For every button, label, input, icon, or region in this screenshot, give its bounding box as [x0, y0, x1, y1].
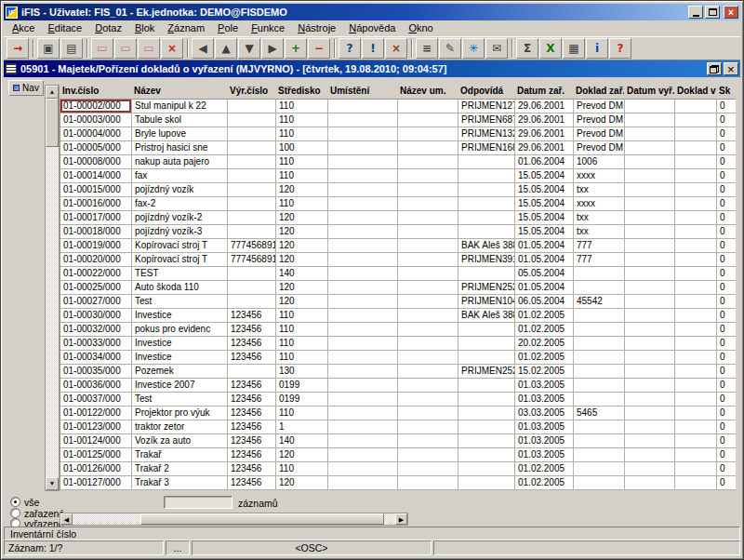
edit-field-button[interactable]: ✎ — [439, 38, 461, 59]
cell-inv-cislo[interactable]: 01-00036/000 — [60, 379, 132, 393]
cell-nazev-um-[interactable] — [398, 225, 458, 239]
cell-umisteni[interactable] — [328, 323, 398, 337]
cell-doklad-zar-[interactable]: 1006 — [574, 155, 625, 169]
cell-umisteni[interactable] — [328, 448, 398, 462]
cell-umisteni[interactable] — [328, 420, 398, 434]
cell-odpovida[interactable] — [458, 351, 515, 365]
cell-doklad-vyr-[interactable] — [675, 393, 717, 407]
previous-block-button[interactable]: ◀ — [192, 38, 214, 59]
cell-vyr-cislo[interactable]: 123456 — [228, 407, 276, 420]
cell-doklad-vyr-[interactable] — [675, 309, 717, 323]
cell-datum-zar-[interactable]: 01.06.2004 — [515, 155, 574, 169]
cell-datum-zar-[interactable]: 05.05.2004 — [515, 267, 574, 281]
cell-vyr-cislo[interactable] — [228, 211, 276, 225]
cell-stredisko[interactable]: 110 — [276, 462, 328, 476]
menu-item-dotaz[interactable]: Dotaz — [88, 21, 128, 35]
cell-umisteni[interactable] — [328, 211, 398, 225]
cell-umisteni[interactable] — [328, 127, 398, 141]
cell-doklad-vyr-[interactable] — [675, 253, 717, 267]
cell-datum-vyr-[interactable] — [625, 476, 675, 490]
cell-datum-vyr-[interactable] — [625, 351, 675, 365]
cell-odpovida[interactable] — [458, 393, 515, 407]
cell-sk[interactable]: 0 — [717, 393, 736, 407]
cell-umisteni[interactable] — [328, 407, 398, 420]
cell-umisteni[interactable] — [328, 295, 398, 309]
cell-datum-zar-[interactable]: 29.06.2001 — [515, 127, 574, 141]
cell-stredisko[interactable]: 100 — [276, 141, 328, 155]
scroll-left-button[interactable]: ◀ — [60, 513, 73, 525]
cell-doklad-vyr-[interactable] — [675, 323, 717, 337]
cell-stredisko[interactable]: 110 — [276, 407, 328, 420]
cell-odpovida[interactable]: PRIJMEN2529 — [458, 365, 515, 379]
cell-nazev-um-[interactable] — [398, 379, 458, 393]
cell-nazev[interactable]: traktor zetor — [132, 420, 228, 434]
cell-datum-zar-[interactable]: 01.05.2004 — [515, 281, 574, 295]
cell-nazev[interactable]: Trakař 2 — [132, 462, 228, 476]
cell-datum-vyr-[interactable] — [625, 448, 675, 462]
menu-item-zaznam[interactable]: Záznam — [161, 21, 211, 35]
cell-nazev[interactable]: Bryle lupove — [132, 127, 228, 141]
cell-doklad-zar-[interactable]: 777 — [574, 239, 625, 253]
close-button[interactable]: × — [724, 6, 738, 19]
horizontal-scroll-thumb[interactable] — [140, 513, 384, 525]
cell-stredisko[interactable]: 110 — [276, 113, 328, 127]
cell-datum-vyr-[interactable] — [625, 197, 675, 211]
cell-sk[interactable]: 0 — [717, 267, 736, 281]
cell-datum-vyr-[interactable] — [625, 113, 675, 127]
scroll-down-button[interactable]: ▼ — [46, 477, 59, 490]
cell-nazev[interactable]: Investice — [132, 309, 228, 323]
cell-inv-cislo[interactable]: 01-00126/000 — [60, 462, 132, 476]
exit-button[interactable]: → — [7, 38, 29, 59]
cell-doklad-zar-[interactable]: 777 — [574, 253, 625, 267]
cell-stredisko[interactable]: 1 — [276, 420, 328, 434]
menu-item-akce[interactable]: Akce — [6, 21, 41, 35]
next-record-button[interactable]: ▼ — [238, 38, 260, 59]
cell-inv-cislo[interactable]: 01-00035/000 — [60, 365, 132, 379]
cell-nazev[interactable]: Kopírovací stroj T — [132, 239, 228, 253]
clear-block-button[interactable]: ▭ — [138, 38, 160, 59]
cell-doklad-zar-[interactable]: Prevod DM — [574, 113, 625, 127]
cell-odpovida[interactable]: BAK Aleš 388 — [458, 309, 515, 323]
cell-umisteni[interactable] — [328, 197, 398, 211]
cell-vyr-cislo[interactable] — [228, 225, 276, 239]
cell-doklad-vyr-[interactable] — [675, 295, 717, 309]
cell-umisteni[interactable] — [328, 351, 398, 365]
delete-record-button[interactable]: − — [308, 38, 330, 59]
cell-datum-vyr-[interactable] — [625, 169, 675, 183]
cell-stredisko[interactable]: 120 — [276, 448, 328, 462]
cell-odpovida[interactable] — [458, 407, 515, 420]
cell-doklad-zar-[interactable]: xxxx — [574, 169, 625, 183]
cell-umisteni[interactable] — [328, 183, 398, 197]
menu-item-funkce[interactable]: Funkce — [245, 21, 291, 35]
cell-stredisko[interactable]: 110 — [276, 100, 328, 113]
cell-sk[interactable]: 0 — [717, 253, 736, 267]
cell-datum-zar-[interactable]: 01.03.2005 — [515, 379, 574, 393]
cell-doklad-zar-[interactable] — [574, 434, 625, 448]
record-scrollbar[interactable]: ▲ ▼ — [45, 85, 60, 491]
cell-odpovida[interactable] — [458, 476, 515, 490]
cell-datum-zar-[interactable]: 01.02.2005 — [515, 351, 574, 365]
cell-nazev-um-[interactable] — [398, 183, 458, 197]
cell-inv-cislo[interactable]: 01-00030/000 — [60, 309, 132, 323]
cell-doklad-zar-[interactable] — [574, 351, 625, 365]
scroll-up-button[interactable]: ▲ — [46, 86, 59, 99]
cell-datum-vyr-[interactable] — [625, 393, 675, 407]
cell-doklad-zar-[interactable] — [574, 337, 625, 351]
cell-sk[interactable]: 0 — [717, 211, 736, 225]
cell-odpovida[interactable] — [458, 448, 515, 462]
cell-umisteni[interactable] — [328, 100, 398, 113]
cell-doklad-zar-[interactable] — [574, 393, 625, 407]
cell-nazev[interactable]: pojízdný vozík-3 — [132, 225, 228, 239]
cell-inv-cislo[interactable]: 01-00027/000 — [60, 295, 132, 309]
cell-datum-vyr-[interactable] — [625, 337, 675, 351]
cell-nazev[interactable]: Trakař — [132, 448, 228, 462]
cell-doklad-zar-[interactable] — [574, 420, 625, 434]
cell-vyr-cislo[interactable]: 123456 — [228, 337, 276, 351]
cell-umisteni[interactable] — [328, 365, 398, 379]
cell-datum-vyr-[interactable] — [625, 379, 675, 393]
menu-item-blok[interactable]: Blok — [128, 21, 161, 35]
cell-nazev-um-[interactable] — [398, 448, 458, 462]
cell-stredisko[interactable]: 110 — [276, 337, 328, 351]
cell-stredisko[interactable]: 140 — [276, 434, 328, 448]
cell-datum-vyr-[interactable] — [625, 253, 675, 267]
